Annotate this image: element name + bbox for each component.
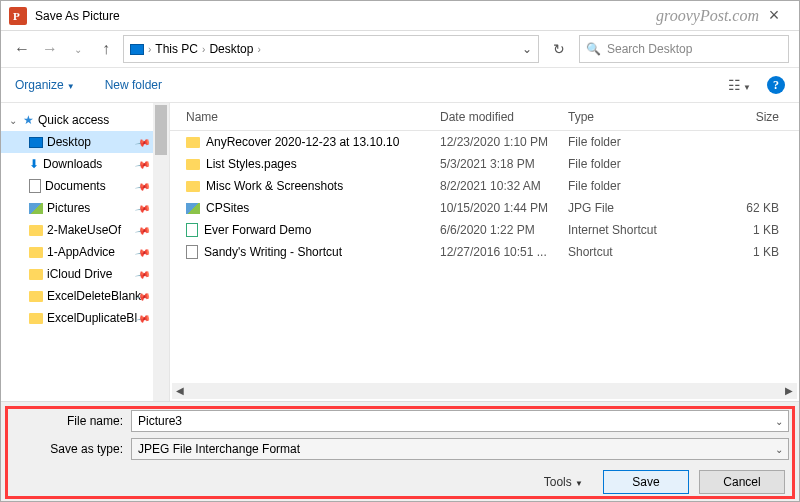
window-title: Save As Picture: [35, 9, 120, 23]
file-list-pane: Name Date modified Type Size AnyRecover …: [169, 103, 799, 401]
view-options-button[interactable]: ☷ ▼: [728, 77, 751, 93]
file-type: Shortcut: [568, 245, 688, 259]
file-date: 10/15/2020 1:44 PM: [440, 201, 568, 215]
sidebar-scrollbar[interactable]: [153, 103, 169, 401]
horizontal-scrollbar[interactable]: ◀ ▶: [172, 383, 797, 399]
scroll-right-icon[interactable]: ▶: [781, 383, 797, 399]
save-button[interactable]: Save: [603, 470, 689, 494]
chevron-down-icon[interactable]: ⌄: [775, 416, 783, 427]
new-folder-button[interactable]: New folder: [105, 78, 162, 92]
forward-icon[interactable]: →: [39, 38, 61, 60]
column-headers[interactable]: Name Date modified Type Size: [170, 103, 799, 131]
chevron-down-icon[interactable]: ⌄: [522, 42, 532, 56]
search-icon: 🔍: [586, 42, 601, 56]
search-input[interactable]: 🔍 Search Desktop: [579, 35, 789, 63]
sidebar-item-label: iCloud Drive: [47, 267, 112, 281]
help-icon[interactable]: ?: [767, 76, 785, 94]
file-date: 8/2/2021 10:32 AM: [440, 179, 568, 193]
pin-icon: 📌: [135, 178, 151, 194]
sidebar-item[interactable]: ExcelDuplicateBl📌: [1, 307, 169, 329]
file-row[interactable]: CPSites10/15/2020 1:44 PMJPG File62 KB: [170, 197, 799, 219]
cancel-button[interactable]: Cancel: [699, 470, 785, 494]
pin-icon: 📌: [135, 134, 151, 150]
file-name: Ever Forward Demo: [204, 223, 311, 237]
file-date: 12/23/2020 1:10 PM: [440, 135, 568, 149]
file-size: 1 KB: [688, 245, 799, 259]
file-size: 1 KB: [688, 223, 799, 237]
filename-value: Picture3: [138, 414, 182, 428]
quick-access-label: Quick access: [38, 113, 109, 127]
pin-icon: 📌: [135, 200, 151, 216]
pin-icon: 📌: [135, 222, 151, 238]
chevron-right-icon: ›: [148, 44, 151, 55]
quick-access[interactable]: ⌄ ★ Quick access: [1, 109, 169, 131]
file-type: JPG File: [568, 201, 688, 215]
search-placeholder: Search Desktop: [607, 42, 692, 56]
col-name[interactable]: Name: [170, 110, 440, 124]
chevron-down-icon[interactable]: ⌄: [775, 444, 783, 455]
pin-icon: 📌: [135, 310, 151, 326]
filename-input[interactable]: Picture3 ⌄: [131, 410, 789, 432]
chevron-right-icon: ›: [202, 44, 205, 55]
pin-icon: 📌: [135, 244, 151, 260]
recent-dropdown-icon[interactable]: ⌄: [67, 38, 89, 60]
organize-button[interactable]: Organize▼: [15, 78, 75, 92]
savetype-value: JPEG File Interchange Format: [138, 442, 300, 456]
file-name: Sandy's Writing - Shortcut: [204, 245, 342, 259]
sidebar-item[interactable]: Pictures📌: [1, 197, 169, 219]
file-date: 5/3/2021 3:18 PM: [440, 157, 568, 171]
sidebar-item-label: 1-AppAdvice: [47, 245, 115, 259]
pc-icon: [130, 44, 144, 55]
chevron-down-icon: ⌄: [9, 115, 19, 126]
file-row[interactable]: Sandy's Writing - Shortcut12/27/2016 10:…: [170, 241, 799, 263]
nav-row: ← → ⌄ ↑ › This PC › Desktop › ⌄ ↻ 🔍 Sear…: [1, 31, 799, 67]
nav-tree: ⌄ ★ Quick access Desktop📌⬇ Downloads📌 Do…: [1, 103, 169, 329]
file-name: Misc Work & Screenshots: [206, 179, 343, 193]
sidebar-item-label: Downloads: [43, 157, 102, 171]
sidebar-item[interactable]: Documents📌: [1, 175, 169, 197]
file-name: CPSites: [206, 201, 249, 215]
refresh-button[interactable]: ↻: [545, 35, 573, 63]
sidebar-item[interactable]: 1-AppAdvice📌: [1, 241, 169, 263]
path-leaf[interactable]: Desktop: [209, 42, 253, 56]
file-row[interactable]: Misc Work & Screenshots8/2/2021 10:32 AM…: [170, 175, 799, 197]
file-row[interactable]: List Styles.pages5/3/2021 3:18 PMFile fo…: [170, 153, 799, 175]
file-type: File folder: [568, 135, 688, 149]
sidebar-item-label: 2-MakeUseOf: [47, 223, 121, 237]
file-name: List Styles.pages: [206, 157, 297, 171]
chevron-down-icon: ▼: [67, 82, 75, 91]
pin-icon: 📌: [135, 266, 151, 282]
file-name: AnyRecover 2020-12-23 at 13.10.10: [206, 135, 399, 149]
pin-icon: 📌: [135, 156, 151, 172]
sidebar-item[interactable]: Desktop📌: [1, 131, 169, 153]
sidebar-item-label: Pictures: [47, 201, 90, 215]
col-type[interactable]: Type: [568, 110, 688, 124]
file-row[interactable]: Ever Forward Demo6/6/2020 1:22 PMInterne…: [170, 219, 799, 241]
watermark: groovyPost.com: [656, 7, 759, 25]
sidebar-item[interactable]: 2-MakeUseOf📌: [1, 219, 169, 241]
close-button[interactable]: ×: [759, 5, 789, 26]
title-bar: Save As Picture groovyPost.com ×: [1, 1, 799, 31]
address-bar[interactable]: › This PC › Desktop › ⌄: [123, 35, 539, 63]
powerpoint-icon: [9, 7, 27, 25]
col-size[interactable]: Size: [688, 110, 799, 124]
path-root[interactable]: This PC: [155, 42, 198, 56]
sidebar-item-label: Desktop: [47, 135, 91, 149]
file-row[interactable]: AnyRecover 2020-12-23 at 13.10.1012/23/2…: [170, 131, 799, 153]
up-icon[interactable]: ↑: [95, 38, 117, 60]
savetype-select[interactable]: JPEG File Interchange Format ⌄: [131, 438, 789, 460]
sidebar-item[interactable]: iCloud Drive📌: [1, 263, 169, 285]
back-icon[interactable]: ←: [11, 38, 33, 60]
chevron-right-icon: ›: [257, 44, 260, 55]
savetype-label: Save as type:: [11, 442, 131, 456]
sidebar-item[interactable]: ExcelDeleteBlank📌: [1, 285, 169, 307]
sidebar-item[interactable]: ⬇ Downloads📌: [1, 153, 169, 175]
file-type: File folder: [568, 179, 688, 193]
save-panel: File name: Picture3 ⌄ Save as type: JPEG…: [1, 401, 799, 501]
col-date[interactable]: Date modified: [440, 110, 568, 124]
scroll-left-icon[interactable]: ◀: [172, 383, 188, 399]
toolbar: Organize▼ New folder ☷ ▼ ?: [1, 67, 799, 103]
tools-button[interactable]: Tools ▼: [544, 475, 583, 489]
file-date: 12/27/2016 10:51 ...: [440, 245, 568, 259]
filename-label: File name:: [11, 414, 131, 428]
